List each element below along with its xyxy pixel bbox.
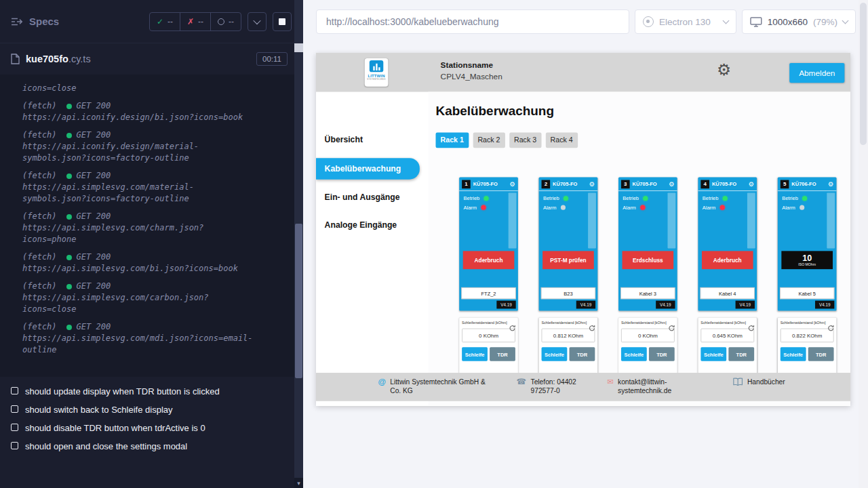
scroll-down-button[interactable]: ▾: [294, 478, 303, 488]
refresh-icon[interactable]: [827, 325, 834, 331]
runner-scrollbar[interactable]: ▾: [294, 0, 303, 488]
request-url: https://api.iconify.design/bi.json?icons…: [22, 112, 256, 123]
test-title: should disable TDR button when tdrActive…: [25, 423, 205, 433]
measurement-label: Schleifenwiderstand [kOhm]: [781, 321, 834, 325]
tab-rack-1[interactable]: Rack 1: [436, 132, 469, 148]
command-log[interactable]: icons=close(fetch)GET 200https://api.ico…: [0, 75, 294, 377]
log-entry: (fetch)GET 200https://api.simplesvg.com/…: [22, 321, 289, 356]
window-scrollbar[interactable]: [859, 0, 868, 488]
betrieb-label: Betrieb: [782, 195, 798, 201]
betrieb-led: [723, 196, 728, 201]
test-item[interactable]: should open and close the settings modal: [11, 441, 283, 451]
specs-menu-button[interactable]: Specs: [11, 16, 59, 27]
chevron-down-icon: ▾: [297, 480, 300, 487]
sidebar-item-1[interactable]: Kabelüberwachung: [316, 158, 420, 180]
device-card: 4KÜ705-FO⚙BetriebAlarmAderbruchKabel 4V4…: [698, 178, 757, 393]
device-gear-icon[interactable]: ⚙: [749, 181, 754, 187]
test-checkbox-icon: [11, 405, 18, 413]
sidebar-item-3[interactable]: Analoge Eingänge: [316, 216, 428, 235]
tab-rack-3[interactable]: Rack 3: [509, 132, 541, 148]
device-number: 3: [621, 180, 630, 188]
spec-file-icon: [11, 54, 20, 64]
device-gear-icon[interactable]: ⚙: [509, 181, 515, 187]
firmware-version: V4.19: [815, 301, 834, 309]
viewport-select[interactable]: 1000x660 (79%): [742, 9, 856, 34]
schleife-button[interactable]: Schleife: [781, 347, 806, 361]
schleife-button[interactable]: Schleife: [542, 347, 568, 361]
scrollbar-thumb[interactable]: [295, 224, 302, 378]
device-card: 1KÜ705-FO⚙BetriebAlarmAderbruchFTZ_2V4.1…: [459, 178, 518, 393]
log-entry: icons=close: [22, 83, 289, 94]
test-item[interactable]: should switch back to Schleife display: [11, 405, 283, 415]
refresh-icon[interactable]: [509, 325, 515, 331]
fetch-log-line: (fetch)GET 200: [22, 321, 289, 333]
test-checkbox-icon: [11, 442, 18, 449]
test-item[interactable]: should disable TDR button when tdrActive…: [11, 423, 283, 433]
viewport-dimensions: 1000x660: [768, 17, 808, 27]
test-item[interactable]: should update display when TDR button is…: [11, 386, 283, 396]
measurement-value: 0.645 KOhm: [701, 329, 754, 342]
device-card-header: 4KÜ705-FO⚙: [698, 178, 757, 191]
status-ok-dot: [66, 325, 72, 330]
tdr-button[interactable]: TDR: [490, 347, 515, 361]
tdr-button[interactable]: TDR: [570, 347, 595, 361]
tdr-button[interactable]: TDR: [649, 347, 675, 361]
settings-gear-icon[interactable]: ⚙: [717, 62, 731, 78]
tab-rack-2[interactable]: Rack 2: [473, 132, 505, 148]
test-stats[interactable]: ✓-- ✗-- --: [149, 12, 241, 31]
device-panel-scrollbar[interactable]: [827, 192, 835, 248]
firmware-version: V4.19: [656, 301, 675, 309]
device-panel-scrollbar[interactable]: [509, 192, 517, 248]
footer-manuals-link[interactable]: Handbücher: [733, 378, 824, 386]
stop-icon: [279, 18, 285, 25]
request-url: https://api.simplesvg.com/charm.json?ico…: [22, 222, 256, 245]
url-input[interactable]: http://localhost:3000/kabelueberwachung: [316, 9, 629, 34]
device-panel-scrollbar[interactable]: [668, 192, 676, 248]
device-gear-icon[interactable]: ⚙: [669, 181, 674, 187]
schleife-button[interactable]: Schleife: [462, 347, 488, 361]
device-panel-scrollbar[interactable]: [588, 192, 596, 248]
app-body: ÜbersichtKabelüberwachungEin- und Ausgän…: [316, 92, 850, 406]
status-badge: 10ISO MOhm: [781, 251, 833, 269]
stop-tests-button[interactable]: [273, 12, 292, 31]
schleife-button[interactable]: Schleife: [621, 347, 647, 361]
sidebar-item-2[interactable]: Ein- und Ausgänge: [316, 188, 428, 207]
logout-button[interactable]: Abmelden: [789, 63, 844, 83]
browser-select[interactable]: Electron 130: [635, 9, 736, 34]
device-panel-scrollbar[interactable]: [747, 192, 755, 248]
request-url: https://api.simplesvg.com/mdi.json?icons…: [22, 333, 256, 356]
littwin-logo: LITTWIN SYSTEMTECHNIK: [365, 58, 389, 87]
spec-file-name: kue705fo.cy.ts: [26, 54, 91, 64]
refresh-icon[interactable]: [668, 325, 675, 331]
spec-extension: .cy.ts: [68, 54, 91, 64]
footer-email[interactable]: ✉ kontakt@littwin-systemtechnik.de: [607, 378, 666, 396]
scroll-up-button[interactable]: [294, 43, 303, 52]
measurement-value: 0 KOhm: [462, 329, 515, 342]
tdr-button[interactable]: TDR: [808, 347, 834, 361]
schleife-button[interactable]: Schleife: [701, 347, 726, 361]
refresh-icon[interactable]: [589, 325, 595, 331]
device-gear-icon[interactable]: ⚙: [828, 181, 833, 187]
sidebar-item-0[interactable]: Übersicht: [316, 130, 428, 149]
alarm-led: [561, 205, 566, 210]
device-gear-icon[interactable]: ⚙: [589, 181, 595, 187]
fetch-log-line: (fetch)GET 200: [22, 170, 289, 182]
stat-failed: ✗--: [180, 13, 210, 30]
status-ok-dot: [66, 255, 72, 260]
alarm-label: Alarm: [543, 205, 557, 211]
browser-name: Electron 130: [659, 17, 711, 27]
passed-count: --: [167, 17, 173, 26]
tdr-button[interactable]: TDR: [728, 347, 754, 361]
refresh-icon[interactable]: [748, 325, 755, 331]
spec-file-row[interactable]: kue705fo.cy.ts 00:11: [0, 43, 294, 75]
device-number: 4: [701, 180, 709, 188]
stat-pending: --: [210, 13, 241, 30]
window-scrollbar-thumb[interactable]: [860, 3, 867, 145]
status-ok-dot: [66, 133, 72, 138]
tab-rack-4[interactable]: Rack 4: [546, 132, 578, 148]
phone-number: Telefon: 04402 972577-0: [531, 378, 591, 396]
runner-panel: Specs ✓-- ✗-- -- kue705fo.cy.ts 00:11 ic…: [0, 0, 294, 488]
stat-passed: ✓--: [150, 13, 180, 30]
status-badge: Erdschluss: [623, 251, 674, 269]
collapse-reporter-button[interactable]: [248, 12, 267, 31]
